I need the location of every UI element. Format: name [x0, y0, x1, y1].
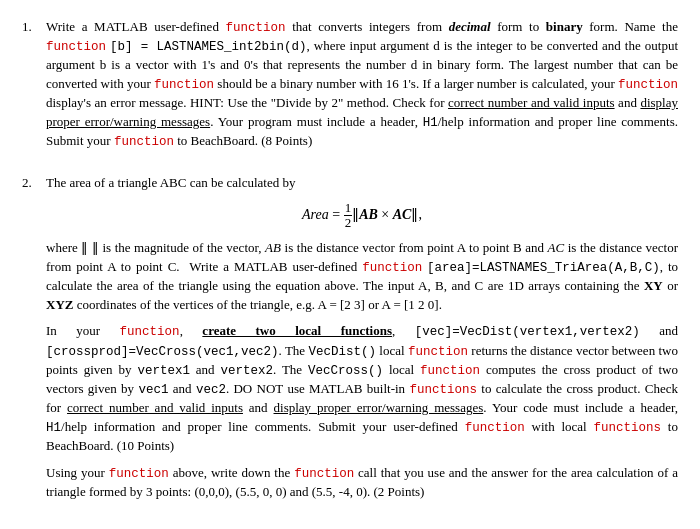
keyword-function-p2-5: function	[465, 421, 525, 435]
keyword-function-p2-1: function	[362, 261, 422, 275]
text-correct-inputs-1: correct number and valid inputs	[448, 95, 615, 110]
problem-1-body: Write a MATLAB user-defined function tha…	[46, 18, 678, 156]
text-xy: XY	[644, 278, 663, 293]
vec1-ref: vec1	[138, 383, 168, 397]
text-decimal: decimal	[449, 19, 491, 34]
fraction-half: 12	[344, 201, 353, 231]
problem-2-body3: Using your function above, write down th…	[46, 464, 678, 502]
vec-AB: AB	[359, 207, 378, 222]
vec-AB-ref: AB	[265, 240, 281, 255]
problem-2-body1: where ‖ ‖ is the magnitude of the vector…	[46, 239, 678, 315]
vecdist-sig: [vec]=VecDist(vertex1,vertex2)	[415, 325, 640, 339]
text-display-proper-2: display proper error/warning messages	[274, 400, 484, 415]
problem-2-number: 2.	[22, 174, 40, 193]
text-correct-inputs-2: correct number and valid inputs	[67, 400, 243, 415]
veccross-sig: [crossprod]=VecCross(vec1,vec2)	[46, 345, 279, 359]
problem-2-body2: In your function, create two local funct…	[46, 322, 678, 455]
keyword-function-3: function	[154, 78, 214, 92]
keyword-function-2: function	[46, 40, 106, 54]
vecdist-ref: VecDist()	[308, 345, 376, 359]
vec-AC-ref: AC	[548, 240, 565, 255]
keyword-function-p2-2: function	[120, 325, 180, 339]
problem-2-body: The area of a triangle ABC can be calcul…	[46, 174, 678, 506]
vec-AC: AC	[393, 207, 412, 222]
problem-1: 1. Write a MATLAB user-defined function …	[22, 18, 678, 156]
problem-2-header: 2. The area of a triangle ABC can be cal…	[22, 174, 678, 506]
h1-help-2: H1	[46, 421, 61, 435]
vertex1-ref: vertex1	[137, 364, 190, 378]
keyword-function-p2-7: function	[294, 467, 354, 481]
function-signature: [b] = LASTNAMES_int2bin(d)	[110, 40, 307, 54]
text-binary: binary	[546, 19, 583, 34]
keyword-functions-p2: functions	[409, 383, 477, 397]
keyword-function-p2-3: function	[408, 345, 468, 359]
problem-1-number: 1.	[22, 18, 40, 37]
h1-help-1: H1	[423, 116, 438, 130]
problem-2-intro: The area of a triangle ABC can be calcul…	[46, 174, 678, 193]
problem-1-text: Write a MATLAB user-defined function tha…	[46, 18, 678, 151]
vec2-ref: vec2	[196, 383, 226, 397]
equation-text: Area = 12‖AB × AC‖,	[302, 207, 422, 222]
keyword-function-5: function	[114, 135, 174, 149]
keyword-functions-p2-2: functions	[594, 421, 662, 435]
keyword-function-p2-4: function	[420, 364, 480, 378]
vertex2-ref: vertex2	[220, 364, 273, 378]
text-create-local: create two local functions	[202, 323, 392, 338]
veccross-ref: VecCross()	[308, 364, 383, 378]
problem-1-header: 1. Write a MATLAB user-defined function …	[22, 18, 678, 156]
keyword-function-p2-6: function	[109, 467, 169, 481]
function-triarea: [area]=LASTNAMES_TriArea(A,B,C)	[427, 261, 660, 275]
equation-area: Area = 12‖AB × AC‖,	[46, 201, 678, 231]
text-xyz: XYZ	[46, 297, 73, 312]
keyword-function-4: function	[618, 78, 678, 92]
problem-2: 2. The area of a triangle ABC can be cal…	[22, 174, 678, 506]
keyword-function-1: function	[226, 21, 286, 35]
